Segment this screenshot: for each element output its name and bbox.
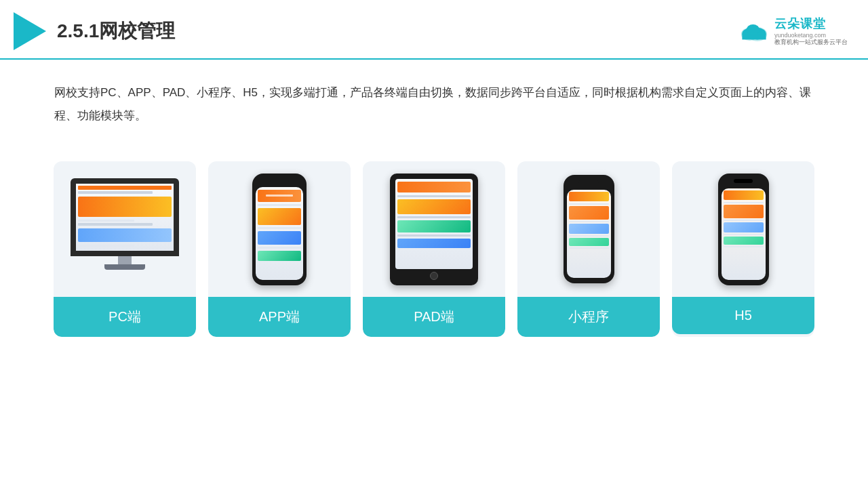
card-app-image <box>208 161 351 297</box>
card-h5-image <box>672 161 814 297</box>
brand-name: 云朵课堂 <box>774 16 826 32</box>
card-app: APP端 <box>208 161 351 337</box>
tablet-mockup <box>390 174 478 285</box>
card-pad-label: PAD端 <box>363 297 505 337</box>
description-text: 网校支持PC、APP、PAD、小程序、H5，实现多端打通，产品各终端自由切换，数… <box>0 60 868 141</box>
pc-mockup <box>67 178 182 280</box>
brand-text: 云朵课堂 yunduoketang.com 教育机构一站式服务云平台 <box>774 16 848 47</box>
app-phone-mockup <box>252 174 307 285</box>
card-pad: PAD端 <box>363 161 505 337</box>
header: 2.5.1网校管理 云朵课堂 yunduoketang.com 教育机构一站式服… <box>0 0 868 60</box>
card-miniprogram: 小程序 <box>517 161 660 337</box>
card-pad-image <box>363 161 505 297</box>
cards-container: PC端 <box>0 148 868 337</box>
h5-phone-mockup <box>718 174 769 285</box>
card-app-label: APP端 <box>208 297 351 337</box>
card-h5: H5 <box>672 161 814 337</box>
pc-screen <box>71 178 179 256</box>
card-miniprogram-image <box>517 161 660 297</box>
card-pc-image <box>54 161 196 297</box>
logo-triangle-icon <box>14 12 46 50</box>
card-h5-label: H5 <box>672 297 814 334</box>
brand-logo: 云朵课堂 yunduoketang.com 教育机构一站式服务云平台 <box>738 16 848 47</box>
card-pc-label: PC端 <box>54 297 196 337</box>
card-miniprogram-label: 小程序 <box>517 297 660 337</box>
svg-rect-6 <box>742 34 766 40</box>
page-title: 2.5.1网校管理 <box>57 18 175 44</box>
header-left: 2.5.1网校管理 <box>14 12 175 50</box>
card-pc: PC端 <box>54 161 196 337</box>
brand-url: yunduoketang.com <box>774 32 826 39</box>
brand-slogan: 教育机构一站式服务云平台 <box>774 39 848 47</box>
svg-point-5 <box>747 24 760 35</box>
cloud-icon <box>738 19 770 43</box>
mini-program-mockup <box>564 175 614 283</box>
